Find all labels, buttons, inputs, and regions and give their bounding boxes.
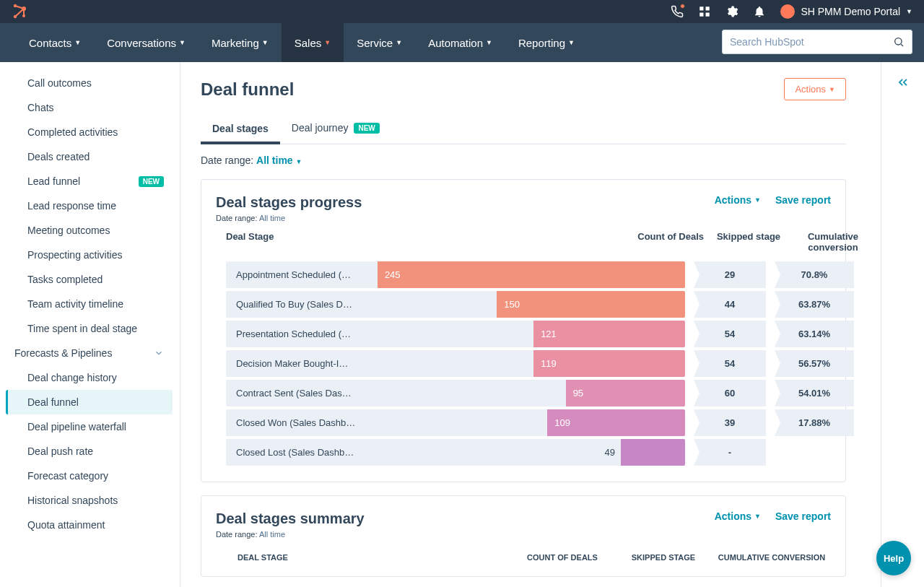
sidebar-item[interactable]: Deal pipeline waterfall	[6, 414, 173, 439]
sidebar-item[interactable]: Deal funnel	[6, 390, 173, 414]
bar-fill: 245	[378, 261, 685, 288]
sidebar-group-forecasts[interactable]: Forecasts & Pipelines	[0, 341, 173, 365]
report-deal-stages-progress: Deal stages progress Actions ▼ Save repo…	[201, 179, 846, 482]
chart-row: Qualified To Buy (Sales D…1504463.87%	[216, 290, 831, 319]
bar-track[interactable]: Appointment Scheduled (…245	[226, 261, 685, 288]
caret-down-icon: ▼	[324, 39, 331, 46]
actions-button[interactable]: Actions ▼	[784, 78, 846, 100]
conversion-cell: 70.8%	[775, 261, 854, 288]
caret-down-icon: ▼	[486, 39, 492, 46]
search-input[interactable]	[730, 36, 893, 48]
date-range-filter[interactable]: All time ▼	[256, 155, 302, 166]
sidebar-item[interactable]: Historical snapshots	[6, 488, 173, 513]
bar-fill: 109	[547, 409, 685, 436]
conversion-cell: 17.88%	[775, 409, 854, 436]
chart-header: Deal Stage Count of Deals Skipped stage …	[216, 231, 831, 260]
chart-row: Contract Sent (Sales Das…956054.01%	[216, 378, 831, 408]
bar-track[interactable]: Closed Lost (Sales Dashb…49	[226, 439, 685, 466]
avatar	[780, 4, 795, 19]
report-title: Deal stages progress	[216, 194, 362, 211]
chart-row: Closed Lost (Sales Dashb…49-	[216, 438, 831, 467]
sidebar-item[interactable]: Prospecting activities	[6, 243, 173, 267]
report-actions-button[interactable]: Actions ▼	[715, 194, 761, 206]
help-button[interactable]: Help	[876, 541, 911, 575]
chart-row: Presentation Scheduled (…1215463.14%	[216, 319, 831, 349]
hubspot-logo-icon[interactable]	[12, 3, 29, 20]
sidebar-item[interactable]: Quota attainment	[6, 513, 173, 537]
tab-deal-journey[interactable]: Deal journey NEW	[280, 113, 391, 144]
save-report-button[interactable]: Save report	[775, 194, 831, 206]
report-actions-button[interactable]: Actions ▼	[715, 510, 761, 522]
tabs: Deal stages Deal journey NEW	[201, 113, 846, 144]
caret-down-icon: ▼	[396, 39, 402, 46]
nav-item-marketing[interactable]: Marketing ▼	[209, 23, 271, 62]
chart-row: Appointment Scheduled (…2452970.8%	[216, 260, 831, 290]
bar-fill: 119	[533, 350, 685, 377]
filter-row: Date range: All time ▼	[201, 155, 846, 166]
sidebar-item[interactable]: Lead response time	[6, 194, 173, 218]
conversion-cell: 56.57%	[775, 350, 854, 377]
svg-point-8	[895, 38, 902, 45]
nav-item-reporting[interactable]: Reporting ▼	[515, 23, 578, 62]
bar-fill: 150	[497, 291, 685, 318]
chevron-down-icon	[154, 348, 164, 358]
skipped-cell: 44	[694, 291, 766, 318]
bar-fill	[621, 439, 685, 466]
sidebar-item[interactable]: Team activity timeline	[6, 292, 173, 316]
nav-item-automation[interactable]: Automation ▼	[425, 23, 495, 62]
bar-fill: 95	[566, 380, 685, 406]
conversion-cell: 63.14%	[775, 321, 854, 347]
sidebar-item[interactable]: Lead funnelNEW	[6, 169, 173, 194]
skipped-cell: 54	[694, 350, 766, 377]
collapse-panel-icon[interactable]	[896, 75, 910, 90]
chart-row: Decision Maker Bought-I…1195456.57%	[216, 349, 831, 378]
svg-rect-7	[706, 13, 710, 17]
search-box[interactable]	[722, 30, 912, 54]
sidebar-item[interactable]: Deals created	[6, 144, 173, 169]
main: Deal funnel Actions ▼ Deal stages Deal j…	[180, 62, 881, 587]
notifications-icon[interactable]	[753, 5, 766, 18]
bar-track[interactable]: Closed Won (Sales Dashb…109	[226, 409, 685, 436]
skipped-cell: -	[694, 439, 766, 466]
new-badge: NEW	[139, 176, 164, 187]
sidebar-item[interactable]: Completed activities	[6, 120, 173, 144]
nav-item-conversations[interactable]: Conversations ▼	[104, 23, 188, 62]
bar-track[interactable]: Decision Maker Bought-I…119	[226, 350, 685, 377]
report-deal-stages-summary: Deal stages summary Actions ▼ Save repor…	[201, 495, 846, 577]
skipped-cell: 54	[694, 321, 766, 347]
sidebar-item[interactable]: Time spent in deal stage	[6, 316, 173, 341]
save-report-button[interactable]: Save report	[775, 510, 831, 522]
page-title: Deal funnel	[201, 79, 294, 100]
tab-deal-stages[interactable]: Deal stages	[201, 113, 280, 144]
sidebar-item[interactable]: Tasks completed	[6, 267, 173, 292]
sidebar-item[interactable]: Chats	[6, 95, 173, 120]
nav-item-service[interactable]: Service ▼	[354, 23, 405, 62]
report-subtitle: Date range: All time	[216, 214, 831, 222]
nav-item-sales[interactable]: Sales ▼	[282, 23, 344, 62]
caret-down-icon: ▼	[262, 39, 269, 46]
sidebar-item[interactable]: Deal push rate	[6, 439, 173, 464]
sidebar-item[interactable]: Meeting outcomes	[6, 218, 173, 243]
navbar: Contacts ▼Conversations ▼Marketing ▼Sale…	[0, 23, 924, 62]
phone-icon[interactable]	[671, 5, 684, 18]
caret-down-icon: ▼	[829, 86, 835, 93]
sidebar-item[interactable]: Call outcomes	[6, 71, 173, 95]
marketplace-icon[interactable]	[698, 5, 711, 18]
bar-track[interactable]: Qualified To Buy (Sales D…150	[226, 291, 685, 318]
report-title: Deal stages summary	[216, 510, 365, 527]
conversion-cell: 63.87%	[775, 291, 854, 318]
caret-down-icon: ▼	[179, 39, 186, 46]
skipped-cell: 29	[694, 261, 766, 288]
summary-header: DEAL STAGE COUNT OF DEALS SKIPPED STAGE …	[216, 547, 831, 562]
sidebar-item[interactable]: Forecast category	[6, 464, 173, 488]
caret-down-icon: ▼	[568, 39, 575, 46]
bar-track[interactable]: Contract Sent (Sales Das…95	[226, 380, 685, 406]
svg-rect-6	[700, 13, 704, 17]
skipped-cell: 60	[694, 380, 766, 406]
sidebar-item[interactable]: Deal change history	[6, 365, 173, 390]
bar-track[interactable]: Presentation Scheduled (…121	[226, 321, 685, 347]
settings-icon[interactable]	[725, 5, 738, 18]
report-subtitle: Date range: All time	[216, 530, 831, 539]
account-menu[interactable]: SH PMM Demo Portal ▼	[780, 4, 912, 19]
nav-item-contacts[interactable]: Contacts ▼	[26, 23, 84, 62]
